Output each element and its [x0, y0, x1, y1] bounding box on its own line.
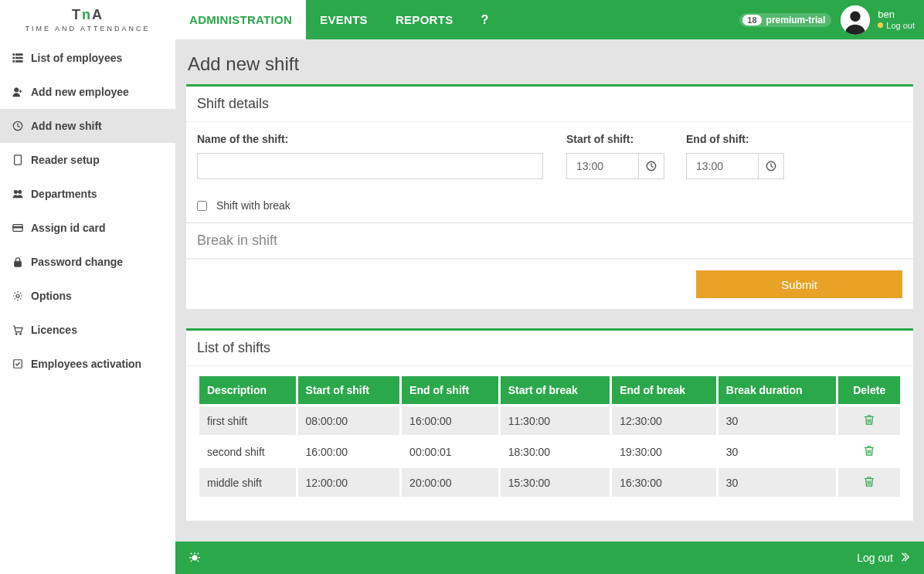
topbar: ADMINISTRATION EVENTS REPORTS ? 18 premi… — [175, 0, 924, 39]
svg-point-15 — [15, 333, 17, 335]
card-icon — [11, 221, 25, 235]
label-start-of-shift: Start of shift: — [566, 133, 664, 145]
th-description: Description — [199, 376, 296, 404]
table-cell: 16:00:00 — [402, 406, 498, 435]
footer: Log out — [175, 542, 924, 574]
sidebar-item-reader-setup[interactable]: Reader setup — [0, 143, 175, 177]
panel-header-list: List of shifts — [186, 331, 913, 366]
table-cell: second shift — [199, 437, 296, 466]
cart-icon — [11, 323, 25, 337]
panel-shift-details: Shift details Name of the shift: Start o… — [186, 84, 913, 309]
tablet-icon — [11, 153, 25, 167]
content: Add new shift Shift details Name of the … — [175, 39, 924, 542]
table-cell: 30 — [718, 406, 837, 435]
plan-badge[interactable]: 18 premium-trial — [739, 13, 831, 27]
page-title: Add new shift — [186, 39, 913, 84]
logo-letter: T — [72, 7, 82, 22]
logo-subtitle: TIME AND ATTENDANCE — [25, 25, 151, 32]
sidebar-item-label: Employees activation — [31, 358, 141, 370]
svg-rect-2 — [13, 57, 15, 59]
tab-events[interactable]: EVENTS — [306, 0, 382, 39]
status-dot-icon — [878, 22, 883, 28]
sidebar: TnA TIME AND ATTENDANCE List of employee… — [0, 0, 175, 574]
sidebar-item-add-shift[interactable]: Add new shift — [0, 109, 175, 143]
tab-help[interactable]: ? — [467, 0, 503, 39]
svg-rect-3 — [15, 57, 22, 59]
table-cell: 30 — [718, 468, 837, 497]
th-start: Start of shift — [298, 376, 400, 404]
input-start-of-shift[interactable] — [566, 153, 638, 179]
tab-label: ADMINISTRATION — [189, 13, 292, 26]
lock-icon — [11, 255, 25, 269]
logo: TnA TIME AND ATTENDANCE — [0, 0, 175, 39]
svg-point-9 — [14, 190, 17, 193]
th-end: End of shift — [402, 376, 498, 404]
table-row: middle shift12:00:0020:00:0015:30:0016:3… — [199, 468, 900, 497]
svg-point-16 — [19, 333, 21, 335]
svg-rect-4 — [13, 61, 15, 63]
delete-cell — [838, 437, 900, 466]
sidebar-item-options[interactable]: Options — [0, 279, 175, 313]
sidebar-item-label: Options — [31, 290, 72, 302]
trash-icon[interactable] — [864, 446, 875, 458]
svg-rect-0 — [13, 54, 15, 56]
th-break-duration: Break duration — [718, 376, 837, 404]
sidebar-item-add-employee[interactable]: Add new employee — [0, 75, 175, 109]
clock-picker-end[interactable] — [758, 153, 784, 179]
svg-point-6 — [15, 88, 19, 92]
panel-list-of-shifts: List of shifts Description Start of shif… — [186, 328, 913, 521]
avatar[interactable] — [841, 5, 870, 35]
table-cell: 12:30:00 — [612, 406, 716, 435]
clock-picker-start[interactable] — [638, 153, 664, 179]
sidebar-item-label: Licences — [31, 324, 77, 336]
tab-reports[interactable]: REPORTS — [382, 0, 467, 39]
user-plus-icon — [11, 85, 25, 99]
table-cell: 08:00:00 — [298, 406, 400, 435]
svg-point-10 — [18, 190, 21, 193]
th-delete: Delete — [838, 376, 900, 404]
help-icon: ? — [481, 13, 489, 27]
bug-icon[interactable] — [189, 552, 200, 565]
footer-logout-label: Log out — [857, 552, 893, 564]
trash-icon[interactable] — [864, 477, 875, 489]
delete-cell — [838, 468, 900, 497]
sidebar-item-label: Password change — [31, 256, 123, 268]
sidebar-item-label: List of employees — [31, 52, 122, 64]
logout-link-footer[interactable]: Log out — [857, 552, 910, 565]
sidebar-item-activation[interactable]: Employees activation — [0, 347, 175, 381]
sidebar-item-departments[interactable]: Departments — [0, 177, 175, 211]
table-cell: 15:30:00 — [501, 468, 610, 497]
trash-icon[interactable] — [864, 415, 875, 427]
shifts-table: Description Start of shift End of shift … — [197, 374, 902, 499]
sidebar-item-assign-card[interactable]: Assign id card — [0, 211, 175, 245]
sidebar-item-password[interactable]: Password change — [0, 245, 175, 279]
plan-name: premium-trial — [766, 15, 826, 25]
tab-administration[interactable]: ADMINISTRATION — [175, 0, 306, 39]
sidebar-item-licences[interactable]: Licences — [0, 313, 175, 347]
logo-letter-accent: n — [82, 7, 92, 22]
table-cell: 00:00:01 — [402, 437, 498, 466]
check-square-icon — [11, 357, 25, 371]
sidebar-item-label: Reader setup — [31, 154, 100, 166]
table-cell: 12:00:00 — [298, 468, 400, 497]
input-shift-name[interactable] — [197, 153, 543, 179]
svg-rect-5 — [15, 61, 22, 63]
table-row: first shift08:00:0016:00:0011:30:0012:30… — [199, 406, 900, 435]
sidebar-item-label: Departments — [31, 188, 97, 200]
table-cell: 18:30:00 — [501, 437, 610, 466]
chevron-right-icon — [899, 552, 910, 565]
tab-label: EVENTS — [320, 13, 368, 26]
tab-label: REPORTS — [396, 13, 454, 26]
label-shift-name: Name of the shift: — [197, 133, 543, 145]
panel-header-break: Break in shift — [186, 223, 913, 259]
submit-button[interactable]: Submit — [696, 270, 902, 298]
sidebar-item-label: Add new employee — [31, 86, 129, 98]
table-cell: 30 — [718, 437, 837, 466]
logout-label: Log out — [886, 21, 915, 30]
logout-link-top[interactable]: Log out — [878, 21, 915, 30]
users-icon — [11, 187, 25, 201]
sidebar-item-label: Assign id card — [31, 222, 105, 234]
input-end-of-shift[interactable] — [686, 153, 758, 179]
checkbox-shift-with-break[interactable] — [197, 201, 207, 211]
sidebar-item-employees[interactable]: List of employees — [0, 41, 175, 75]
